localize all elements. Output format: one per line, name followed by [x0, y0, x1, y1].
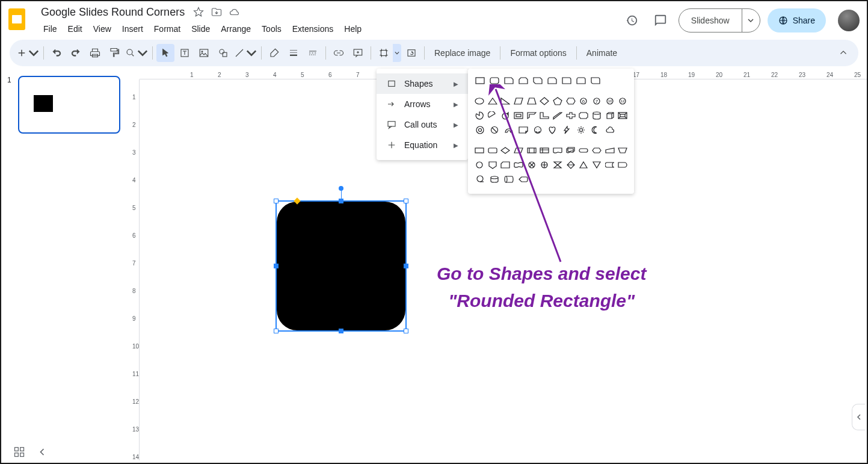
shape-bevel[interactable] — [617, 110, 628, 122]
border-weight-button[interactable] — [285, 44, 303, 62]
user-avatar[interactable] — [838, 10, 860, 31]
shape-pentagon[interactable] — [552, 95, 563, 107]
border-color-button[interactable] — [265, 44, 283, 62]
shape-frame[interactable] — [513, 110, 524, 122]
select-tool[interactable] — [156, 44, 174, 62]
slides-logo[interactable] — [8, 8, 32, 32]
shape-flowchart-tape[interactable] — [513, 159, 524, 171]
paint-format-button[interactable] — [105, 44, 123, 62]
shape-flowchart-manual-input[interactable] — [605, 144, 615, 156]
shape-flowchart-sort[interactable] — [565, 159, 576, 171]
shape-flowchart-seq-access[interactable] — [474, 173, 486, 185]
mask-menu-callouts[interactable]: Call outs ▶ — [377, 114, 468, 135]
mask-menu-equation[interactable]: Equation ▶ — [377, 135, 468, 155]
menu-view[interactable]: View — [88, 22, 116, 36]
shape-flowchart-preparation[interactable] — [591, 144, 602, 156]
comment-icon[interactable] — [650, 10, 671, 31]
textbox-tool[interactable] — [176, 44, 194, 62]
mask-image-button[interactable] — [375, 44, 393, 62]
animate-button[interactable]: Animate — [580, 48, 623, 58]
rotation-handle[interactable] — [339, 186, 343, 191]
shape-flowchart-stored[interactable] — [605, 159, 615, 171]
shape-flowchart-display[interactable] — [517, 173, 529, 185]
mask-menu-arrows[interactable]: Arrows ▶ — [377, 94, 468, 114]
shape-diag-stripe[interactable] — [552, 110, 563, 122]
resize-handle-tl[interactable] — [274, 199, 279, 203]
shape-flowchart-document[interactable] — [552, 144, 563, 156]
menu-tools[interactable]: Tools — [257, 22, 286, 36]
side-panel-toggle[interactable] — [852, 404, 865, 430]
shape-snip-diag[interactable] — [532, 75, 544, 87]
shape-donut[interactable] — [474, 124, 486, 136]
menu-slide[interactable]: Slide — [186, 22, 215, 36]
shape-plaque[interactable] — [578, 110, 589, 122]
border-dash-button[interactable] — [304, 44, 322, 62]
shape-flowchart-extract[interactable] — [578, 159, 589, 171]
shape-triangle[interactable] — [487, 95, 498, 107]
mask-dropdown[interactable] — [393, 44, 401, 62]
mask-menu-shapes[interactable]: Shapes ▶ — [377, 73, 468, 94]
resize-handle-tm[interactable] — [339, 199, 343, 203]
shape-decagon[interactable]: 10 — [605, 95, 615, 107]
shape-flowchart-direct-access[interactable] — [503, 173, 515, 185]
menu-format[interactable]: Format — [149, 22, 185, 36]
shape-dodecagon[interactable]: 12 — [617, 95, 628, 107]
shape-snip-same[interactable] — [517, 75, 529, 87]
shape-cloud[interactable] — [604, 124, 616, 136]
format-options-button[interactable]: Format options — [504, 48, 572, 58]
shape-no-symbol[interactable] — [488, 124, 500, 136]
shape-teardrop[interactable] — [500, 110, 511, 122]
add-comment-button[interactable] — [349, 44, 367, 62]
shape-folded-corner[interactable] — [517, 124, 529, 136]
shape-tool[interactable] — [214, 44, 232, 62]
menu-edit[interactable]: Edit — [63, 22, 87, 36]
shape-flowchart-collate[interactable] — [552, 159, 563, 171]
replace-image-button[interactable]: Replace image — [428, 48, 496, 58]
document-title[interactable]: Google Slides Round Corners — [38, 5, 187, 20]
shape-round-same[interactable] — [575, 75, 587, 87]
chevron-left-icon[interactable] — [36, 446, 48, 458]
reset-image-button[interactable] — [402, 44, 420, 62]
undo-button[interactable] — [48, 44, 66, 62]
shape-flowchart-decision[interactable] — [500, 144, 511, 156]
shape-block-arc[interactable] — [503, 124, 515, 136]
zoom-button[interactable] — [125, 44, 149, 62]
shape-diamond[interactable] — [539, 95, 550, 107]
history-icon[interactable] — [621, 10, 642, 31]
star-icon[interactable] — [193, 7, 204, 17]
share-button[interactable]: Share — [768, 8, 826, 32]
shape-flowchart-magnetic-disk[interactable] — [488, 173, 500, 185]
menu-insert[interactable]: Insert — [117, 22, 148, 36]
cloud-saved-icon[interactable] — [229, 7, 240, 17]
resize-handle-ml[interactable] — [274, 264, 279, 268]
resize-handle-tr[interactable] — [404, 199, 408, 203]
print-button[interactable] — [86, 44, 104, 62]
shape-flowchart-or[interactable] — [539, 159, 550, 171]
shape-cube[interactable] — [605, 110, 615, 122]
shape-right-triangle[interactable] — [500, 95, 511, 107]
shape-octagon[interactable]: 7 — [591, 95, 602, 107]
shape-flowchart-predefined[interactable] — [526, 144, 537, 156]
resize-handle-mr[interactable] — [404, 264, 408, 268]
menu-file[interactable]: File — [38, 22, 62, 36]
shape-trapezoid[interactable] — [526, 95, 537, 107]
shape-sun[interactable] — [575, 124, 587, 136]
shape-flowchart-internal[interactable] — [539, 144, 550, 156]
resize-handle-bl[interactable] — [274, 329, 279, 333]
shape-snip-round[interactable] — [546, 75, 558, 87]
shape-rounded-rectangle[interactable] — [488, 75, 500, 87]
resize-handle-br[interactable] — [404, 329, 408, 333]
shape-chord[interactable] — [487, 110, 498, 122]
link-button[interactable] — [330, 44, 348, 62]
shape-flowchart-multidoc[interactable] — [565, 144, 576, 156]
slideshow-button[interactable]: Slideshow — [679, 9, 742, 32]
shape-flowchart-alt-process[interactable] — [487, 144, 498, 156]
shape-flowchart-card[interactable] — [500, 159, 511, 171]
shape-flowchart-delay[interactable] — [617, 159, 628, 171]
shape-flowchart-manual-op[interactable] — [617, 144, 628, 156]
grid-view-icon[interactable] — [13, 446, 25, 458]
shape-moon[interactable] — [589, 124, 602, 136]
slideshow-dropdown[interactable] — [742, 9, 760, 32]
shape-flowchart-terminator[interactable] — [578, 144, 589, 156]
shape-pie[interactable] — [474, 110, 485, 122]
